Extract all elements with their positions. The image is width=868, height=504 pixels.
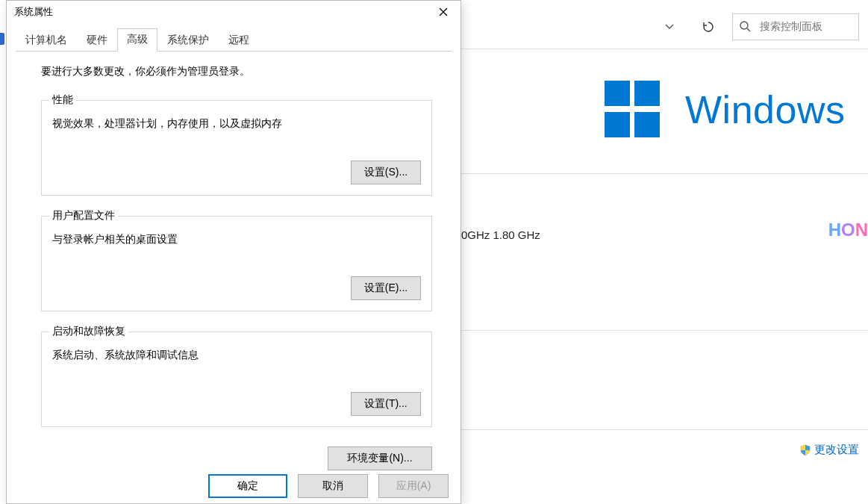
tab-system-protection[interactable]: 系统保护 — [157, 29, 219, 52]
startup-recovery-settings-button[interactable]: 设置(T)... — [351, 392, 421, 416]
ok-button[interactable]: 确定 — [208, 474, 287, 498]
admin-message: 要进行大多数更改，你必须作为管理员登录。 — [41, 65, 432, 78]
search-placeholder: 搜索控制面板 — [760, 20, 822, 34]
cancel-button[interactable]: 取消 — [298, 474, 368, 498]
apply-button[interactable]: 应用(A) — [378, 474, 449, 498]
divider — [461, 173, 868, 174]
address-toolbar: 搜索控制面板 — [655, 13, 868, 40]
history-dropdown-icon[interactable] — [655, 13, 684, 40]
performance-desc: 视觉效果，处理器计划，内存使用，以及虚拟内存 — [52, 117, 421, 131]
search-icon — [739, 20, 751, 34]
brand-text: HON — [828, 220, 868, 240]
user-profile-desc: 与登录帐户相关的桌面设置 — [52, 233, 421, 246]
cpu-info: 0GHz 1.80 GHz — [461, 228, 540, 241]
user-profile-settings-button[interactable]: 设置(E)... — [351, 276, 421, 300]
search-input[interactable]: 搜索控制面板 — [732, 13, 859, 40]
close-button[interactable] — [426, 1, 460, 23]
dialog-titlebar[interactable]: 系统属性 — [7, 1, 460, 23]
svg-point-0 — [740, 22, 748, 29]
svg-line-1 — [747, 28, 750, 31]
dialog-button-row: 确定 取消 应用(A) — [7, 469, 460, 503]
startup-recovery-desc: 系统启动、系统故障和调试信息 — [52, 349, 421, 362]
change-settings-link[interactable]: 更改设置 — [799, 443, 859, 457]
refresh-icon[interactable] — [693, 13, 723, 40]
system-properties-dialog: 系统属性 计算机名 硬件 高级 系统保护 远程 要进行大多数更改，你必须作为管理… — [6, 0, 461, 504]
performance-group: 性能 视觉效果，处理器计划，内存使用，以及虚拟内存 设置(S)... — [41, 93, 432, 196]
shield-icon — [799, 444, 811, 456]
tab-computer-name[interactable]: 计算机名 — [16, 29, 77, 52]
windows-logo-icon — [605, 81, 663, 139]
dialog-title: 系统属性 — [14, 5, 53, 19]
user-profile-legend: 用户配置文件 — [49, 209, 118, 223]
windows-logo-block: Windows — [605, 81, 845, 139]
tab-advanced[interactable]: 高级 — [117, 28, 157, 52]
windows-text: Windows — [685, 87, 845, 132]
startup-recovery-legend: 启动和故障恢复 — [49, 325, 128, 338]
tab-remote[interactable]: 远程 — [219, 29, 259, 52]
user-profile-group: 用户配置文件 与登录帐户相关的桌面设置 设置(E)... — [41, 209, 432, 311]
environment-variables-button[interactable]: 环境变量(N)... — [328, 447, 432, 470]
divider — [461, 330, 868, 331]
tab-panel-advanced: 要进行大多数更改，你必须作为管理员登录。 性能 视觉效果，处理器计划，内存使用，… — [16, 52, 452, 447]
divider — [461, 49, 868, 49]
tab-strip: 计算机名 硬件 高级 系统保护 远程 要进行大多数更改，你必须作为管理员登录。 … — [16, 29, 452, 488]
tab-hardware[interactable]: 硬件 — [77, 29, 117, 52]
divider — [461, 429, 868, 430]
performance-legend: 性能 — [49, 93, 76, 107]
performance-settings-button[interactable]: 设置(S)... — [351, 161, 421, 184]
change-settings-label: 更改设置 — [814, 443, 859, 457]
startup-recovery-group: 启动和故障恢复 系统启动、系统故障和调试信息 设置(T)... — [41, 325, 432, 427]
partial-icon — [0, 33, 4, 45]
